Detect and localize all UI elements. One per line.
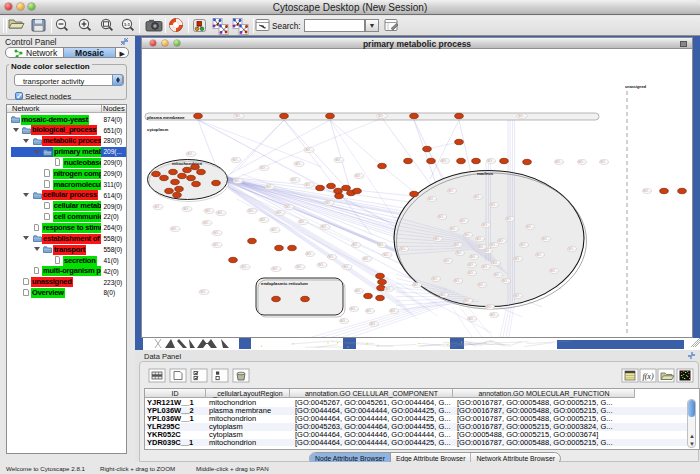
svg-text:GO:...: GO:... xyxy=(203,221,211,225)
svg-text:GO:...: GO:... xyxy=(413,283,421,287)
svg-text:GO:...: GO:... xyxy=(514,294,522,298)
svg-text:GO:...: GO:... xyxy=(454,279,462,283)
svg-text:GO:...: GO:... xyxy=(217,211,225,215)
svg-text:GO:...: GO:... xyxy=(335,158,343,162)
svg-text:GO:...: GO:... xyxy=(266,185,274,189)
svg-text:GO:...: GO:... xyxy=(200,290,208,294)
svg-text:GO:...: GO:... xyxy=(448,189,456,193)
svg-text:GO:...: GO:... xyxy=(291,178,299,182)
svg-text:GO:...: GO:... xyxy=(321,225,329,229)
svg-text:GO:...: GO:... xyxy=(213,243,221,247)
svg-text:GO:...: GO:... xyxy=(299,220,307,224)
svg-text:GO:...: GO:... xyxy=(385,287,393,291)
svg-text:GO:...: GO:... xyxy=(305,148,313,152)
svg-text:GO:...: GO:... xyxy=(468,271,476,275)
svg-text:GO:...: GO:... xyxy=(578,160,586,164)
svg-text:GO:...: GO:... xyxy=(498,239,506,243)
svg-text:GO:...: GO:... xyxy=(438,215,446,219)
svg-text:GO:...: GO:... xyxy=(285,205,293,209)
svg-text:GO:...: GO:... xyxy=(536,253,544,257)
svg-text:cytoplasm: cytoplasm xyxy=(147,127,168,132)
svg-text:GO:...: GO:... xyxy=(378,114,386,118)
svg-text:GO:...: GO:... xyxy=(428,197,436,201)
svg-text:GO:...: GO:... xyxy=(468,317,476,321)
svg-text:GO:...: GO:... xyxy=(490,313,498,317)
svg-text:GO:...: GO:... xyxy=(272,267,280,271)
svg-text:GO:...: GO:... xyxy=(464,233,472,237)
svg-text:GO:...: GO:... xyxy=(350,307,358,311)
svg-text:GO:...: GO:... xyxy=(234,179,242,183)
svg-text:GO:...: GO:... xyxy=(441,159,449,163)
svg-text:GO:...: GO:... xyxy=(340,319,348,323)
svg-text:GO:...: GO:... xyxy=(482,265,490,269)
svg-text:1:1: 1:1 xyxy=(124,22,131,27)
svg-text:GO:...: GO:... xyxy=(484,249,492,253)
svg-text:GO:...: GO:... xyxy=(456,251,464,255)
svg-text:GO:...: GO:... xyxy=(305,183,313,187)
svg-text:GO:...: GO:... xyxy=(154,205,162,209)
svg-text:GO:...: GO:... xyxy=(366,309,374,313)
svg-text:GO:...: GO:... xyxy=(378,243,386,247)
svg-text:GO:...: GO:... xyxy=(478,283,486,287)
svg-text:GO:...: GO:... xyxy=(520,243,528,247)
svg-text:GO:...: GO:... xyxy=(296,265,304,269)
svg-text:GO:...: GO:... xyxy=(183,207,191,211)
svg-text:GO:...: GO:... xyxy=(325,201,333,205)
svg-text:GO:...: GO:... xyxy=(482,223,490,227)
svg-text:plasma membrane: plasma membrane xyxy=(147,115,185,120)
svg-text:GO:...: GO:... xyxy=(352,243,360,247)
svg-text:GO:...: GO:... xyxy=(486,305,494,309)
svg-text:GO:...: GO:... xyxy=(248,209,256,213)
svg-text:GO:...: GO:... xyxy=(492,261,500,265)
svg-text:GO:...: GO:... xyxy=(355,289,363,293)
svg-text:GO:...: GO:... xyxy=(468,263,476,267)
svg-text:GO:...: GO:... xyxy=(295,162,303,166)
svg-text:GO:...: GO:... xyxy=(260,218,268,222)
svg-text:GO:...: GO:... xyxy=(235,114,243,118)
svg-text:GO:...: GO:... xyxy=(363,257,371,261)
svg-text:GO:...: GO:... xyxy=(444,259,452,263)
svg-text:GO:...: GO:... xyxy=(213,231,221,235)
svg-text:GO:...: GO:... xyxy=(490,203,498,207)
svg-text:GO:...: GO:... xyxy=(355,174,363,178)
svg-text:GO:...: GO:... xyxy=(276,211,284,215)
svg-text:GO:...: GO:... xyxy=(232,158,240,162)
svg-text:GO:...: GO:... xyxy=(271,228,279,232)
svg-text:GO:...: GO:... xyxy=(526,225,534,229)
svg-text:GO:...: GO:... xyxy=(476,237,484,241)
svg-text:GO:...: GO:... xyxy=(205,209,213,213)
svg-text:GO:...: GO:... xyxy=(494,273,502,277)
svg-text:GO:...: GO:... xyxy=(460,219,468,223)
svg-text:GO:...: GO:... xyxy=(502,279,510,283)
svg-text:GO:...: GO:... xyxy=(506,217,514,221)
svg-text:GO:...: GO:... xyxy=(432,277,440,281)
svg-text:GO:...: GO:... xyxy=(542,237,550,241)
svg-text:GO:...: GO:... xyxy=(490,243,498,247)
svg-text:GO:...: GO:... xyxy=(568,247,576,251)
svg-text:unassigned: unassigned xyxy=(625,85,647,89)
svg-text:GO:...: GO:... xyxy=(343,265,351,269)
svg-text:GO:...: GO:... xyxy=(187,152,195,156)
svg-text:endoplasmic reticulum: endoplasmic reticulum xyxy=(261,281,308,286)
svg-text:GO:...: GO:... xyxy=(171,227,179,231)
svg-text:GO:...: GO:... xyxy=(550,269,558,273)
svg-text:GO:...: GO:... xyxy=(474,195,482,199)
svg-text:GO:...: GO:... xyxy=(241,265,249,269)
svg-text:GO:...: GO:... xyxy=(643,189,651,193)
svg-text:GO:...: GO:... xyxy=(306,252,314,256)
svg-text:GO:...: GO:... xyxy=(400,247,408,251)
svg-text:GO:...: GO:... xyxy=(370,322,378,326)
svg-text:GO:...: GO:... xyxy=(555,160,563,164)
svg-text:GO:...: GO:... xyxy=(514,257,522,261)
svg-text:f(x): f(x) xyxy=(642,372,653,381)
svg-text:GO:...: GO:... xyxy=(454,243,462,247)
svg-text:GO:...: GO:... xyxy=(440,293,448,297)
svg-text:GO:...: GO:... xyxy=(328,255,336,259)
svg-text:GO:...: GO:... xyxy=(318,263,326,267)
svg-text:GO:...: GO:... xyxy=(390,309,398,313)
svg-text:GO:...: GO:... xyxy=(470,255,478,259)
svg-text:GO:...: GO:... xyxy=(260,166,268,170)
svg-text:nucleus: nucleus xyxy=(477,171,494,176)
svg-text:GO:...: GO:... xyxy=(434,237,442,241)
svg-text:GO:...: GO:... xyxy=(600,160,608,164)
